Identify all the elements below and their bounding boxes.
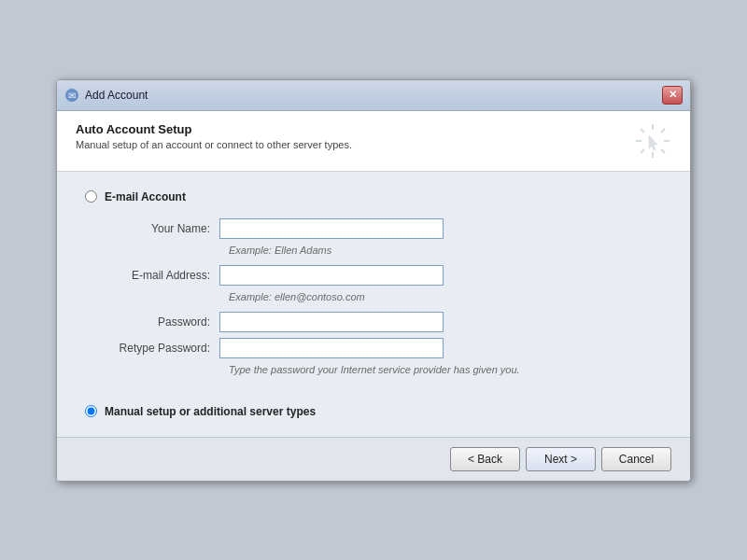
password-hint: Type the password your Internet service … (229, 364, 520, 375)
email-account-option: E-mail Account (85, 190, 662, 203)
form-area: Your Name: Example: Ellen Adams E-mail A… (85, 218, 662, 394)
close-button[interactable]: ✕ (662, 86, 683, 105)
retype-password-row: Retype Password: (107, 338, 662, 358)
email-account-label[interactable]: E-mail Account (105, 190, 186, 203)
password-input[interactable] (219, 312, 444, 332)
title-bar: ✉ Add Account ✕ (57, 80, 690, 111)
email-radio[interactable] (85, 190, 97, 203)
back-button[interactable]: < Back (450, 447, 520, 471)
retype-password-input[interactable] (219, 338, 444, 358)
next-button[interactable]: Next > (526, 447, 596, 471)
password-row: Password: (107, 312, 662, 332)
page-subtitle: Manual setup of an account or connect to… (76, 139, 352, 150)
dialog-window: ✉ Add Account ✕ Auto Account Setup Manua… (56, 79, 691, 482)
svg-line-7 (661, 149, 665, 153)
your-name-hint: Example: Ellen Adams (229, 245, 331, 256)
retype-password-label: Retype Password: (107, 342, 219, 355)
header-text: Auto Account Setup Manual setup of an ac… (76, 122, 352, 150)
manual-setup-label[interactable]: Manual setup or additional server types (105, 405, 316, 418)
manual-setup-option: Manual setup or additional server types (85, 405, 662, 418)
password-label: Password: (107, 315, 219, 329)
email-address-hint: Example: ellen@contoso.com (229, 291, 365, 302)
password-hint-row: Type the password your Internet service … (107, 364, 662, 375)
your-name-hint-row: Example: Ellen Adams (107, 245, 662, 256)
email-address-row: E-mail Address: (107, 265, 662, 286)
content-area: E-mail Account Your Name: Example: Ellen… (57, 172, 690, 437)
your-name-input[interactable] (219, 218, 444, 239)
email-address-input[interactable] (219, 265, 444, 286)
page-title: Auto Account Setup (76, 122, 352, 136)
your-name-row: Your Name: (107, 218, 662, 239)
svg-marker-10 (649, 135, 657, 150)
svg-line-8 (661, 129, 665, 133)
window-title: Add Account (85, 89, 148, 102)
cancel-button[interactable]: Cancel (601, 447, 671, 471)
header-section: Auto Account Setup Manual setup of an ac… (57, 111, 690, 172)
email-address-label: E-mail Address: (107, 269, 219, 282)
window-icon: ✉ (64, 88, 79, 103)
manual-setup-radio[interactable] (85, 405, 97, 417)
title-bar-left: ✉ Add Account (64, 88, 148, 103)
header-icon (634, 122, 671, 160)
svg-line-9 (641, 149, 644, 153)
svg-text:✉: ✉ (68, 91, 76, 101)
your-name-label: Your Name: (107, 222, 219, 235)
svg-line-6 (641, 129, 644, 133)
footer: < Back Next > Cancel (57, 437, 690, 481)
email-hint-row: Example: ellen@contoso.com (107, 291, 662, 302)
